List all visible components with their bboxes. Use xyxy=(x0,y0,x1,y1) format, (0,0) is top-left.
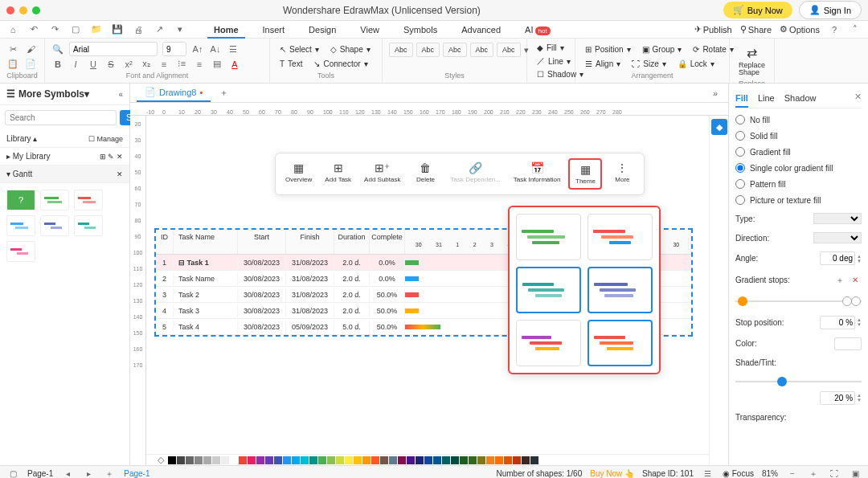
my-library-row[interactable]: ▸ My Library ⊞ ✎ ✕ xyxy=(0,148,129,165)
align-tool[interactable]: ☰ Align▾ xyxy=(582,58,624,70)
color-swatch[interactable] xyxy=(477,456,485,464)
style-preset-5[interactable]: Abc xyxy=(497,43,521,57)
gantt-task-information[interactable]: 📅Task Information xyxy=(509,158,566,190)
add-stop-icon[interactable]: ＋ xyxy=(833,274,846,287)
publish-button[interactable]: ✈ Publish xyxy=(694,24,732,35)
underline-icon[interactable]: U xyxy=(87,58,100,71)
theme-strip-icon[interactable]: ◆ xyxy=(711,119,727,135)
gantt-add-task[interactable]: ⊞Add Task xyxy=(320,158,356,190)
angle-stepper[interactable]: ▲▼ xyxy=(857,254,862,264)
theme-option-2[interactable] xyxy=(588,214,653,260)
redo-icon[interactable]: ↷ xyxy=(48,23,61,36)
help-icon[interactable]: ? xyxy=(828,23,841,36)
gantt-delete[interactable]: 🗑Delete xyxy=(408,158,442,190)
line-spacing-icon[interactable]: ☰ xyxy=(227,43,240,55)
gantt-row[interactable]: ▾ Gantt ✕ xyxy=(0,165,129,183)
home-icon[interactable]: ⌂ xyxy=(6,23,19,36)
prev-page-icon[interactable]: ◂ xyxy=(61,468,74,479)
color-swatch[interactable] xyxy=(194,456,203,464)
shade-stepper[interactable]: ▲▼ xyxy=(857,393,862,402)
tab-insert[interactable]: Insert xyxy=(252,22,297,38)
symbol-callout[interactable]: ? xyxy=(6,190,35,210)
undo-icon[interactable]: ↶ xyxy=(27,23,40,36)
color-swatch[interactable] xyxy=(248,456,256,464)
color-swatch[interactable] xyxy=(451,456,459,464)
type-select[interactable] xyxy=(813,213,862,224)
color-swatch[interactable] xyxy=(203,456,211,464)
size-tool[interactable]: ⛶ Size▾ xyxy=(628,58,669,70)
color-swatch[interactable] xyxy=(212,456,220,464)
position-tool[interactable]: ⊞ Position▾ xyxy=(582,43,634,55)
color-swatch[interactable] xyxy=(380,456,388,464)
color-swatch[interactable] xyxy=(522,456,530,464)
sign-in-button[interactable]: 👤 Sign In xyxy=(799,1,862,19)
color-swatch[interactable] xyxy=(345,456,353,464)
focus-toggle[interactable]: ◉ Focus xyxy=(723,469,754,478)
fill-radio-3[interactable]: Single color gradient fill xyxy=(735,163,862,173)
no-color-icon[interactable]: ◇ xyxy=(154,454,167,466)
paste-icon[interactable]: 📄 xyxy=(24,58,37,71)
rp-tab-fill[interactable]: Fill xyxy=(735,90,748,108)
gantt-theme[interactable]: ▦Theme xyxy=(568,158,602,190)
select-tool[interactable]: ↖ Select ▾ xyxy=(276,43,322,55)
color-swatch[interactable] xyxy=(416,456,424,464)
zoom-in-icon[interactable]: ＋ xyxy=(807,468,820,479)
page-list-icon[interactable]: ▢ xyxy=(6,468,19,479)
font-size-input[interactable] xyxy=(162,42,186,56)
style-preset-4[interactable]: Abc xyxy=(470,43,494,57)
style-preset-3[interactable]: Abc xyxy=(443,43,467,57)
buy-now-button[interactable]: 🛒 Buy Now xyxy=(723,2,792,18)
highlight-icon[interactable]: ▤ xyxy=(211,58,223,71)
next-page-icon[interactable]: ▸ xyxy=(82,468,95,479)
bold-icon[interactable]: B xyxy=(51,58,64,71)
canvas[interactable]: ▦Overview⊞Add Task⊞⁺Add Subtask🗑Delete🔗T… xyxy=(146,116,709,465)
shape-tool[interactable]: ◇ Shape ▾ xyxy=(327,43,374,55)
fill-radio-1[interactable]: Solid fill xyxy=(735,131,862,141)
layers-icon[interactable]: ☰ xyxy=(702,468,714,479)
open-icon[interactable]: 📁 xyxy=(90,23,103,36)
color-swatch[interactable] xyxy=(336,456,344,464)
color-swatch[interactable] xyxy=(530,456,538,464)
new-icon[interactable]: ▢ xyxy=(69,23,82,36)
line-tool[interactable]: ／ Line ▾ xyxy=(534,54,568,68)
page-name[interactable]: Page-1 xyxy=(27,469,53,478)
page-tab-name[interactable]: Page-1 xyxy=(124,469,149,478)
search-input[interactable] xyxy=(5,110,117,125)
color-swatch[interactable] xyxy=(301,456,309,464)
tab-home[interactable]: Home xyxy=(203,22,250,38)
color-swatch[interactable] xyxy=(274,456,282,464)
color-swatch[interactable] xyxy=(362,456,371,464)
format-painter-icon[interactable]: 🖌 xyxy=(24,43,37,55)
text-align-icon[interactable]: ≡ xyxy=(193,58,206,71)
theme-option-6[interactable] xyxy=(588,320,653,366)
symbol-gantt-2[interactable] xyxy=(74,190,103,210)
search-font-icon[interactable]: 🔍 xyxy=(51,43,64,55)
color-swatch[interactable] xyxy=(469,456,477,464)
color-swatch[interactable] xyxy=(283,456,291,464)
strike-icon[interactable]: S xyxy=(104,58,117,71)
color-swatch[interactable] xyxy=(327,456,335,464)
gradient-stops-slider[interactable] xyxy=(735,295,862,308)
font-grow-icon[interactable]: A↑ xyxy=(191,43,204,55)
shade-input[interactable] xyxy=(820,391,855,405)
export-icon[interactable]: ↗ xyxy=(153,23,166,36)
theme-option-4[interactable] xyxy=(588,267,653,313)
superscript-icon[interactable]: x² xyxy=(122,58,135,71)
color-swatch[interactable] xyxy=(398,456,406,464)
color-swatch[interactable] xyxy=(486,456,494,464)
tab-design[interactable]: Design xyxy=(297,22,347,38)
color-swatch[interactable] xyxy=(424,456,432,464)
gantt-add-subtask[interactable]: ⊞⁺Add Subtask xyxy=(359,158,405,190)
color-swatch[interactable] xyxy=(460,456,468,464)
connector-tool[interactable]: ↘ Connector ▾ xyxy=(310,58,371,70)
tab-view[interactable]: View xyxy=(349,22,391,38)
color-swatch[interactable] xyxy=(318,456,326,464)
gantt-more[interactable]: ⋮More xyxy=(605,158,639,190)
maximize-window[interactable] xyxy=(32,6,40,14)
rp-expand-icon[interactable]: » xyxy=(709,87,722,100)
text-tool[interactable]: T Text xyxy=(276,58,305,70)
color-swatch[interactable] xyxy=(354,456,362,464)
rp-tab-line[interactable]: Line xyxy=(758,90,775,108)
document-tab[interactable]: 📄 Drawing8 • xyxy=(137,84,211,102)
print-icon[interactable]: 🖨 xyxy=(132,23,145,36)
